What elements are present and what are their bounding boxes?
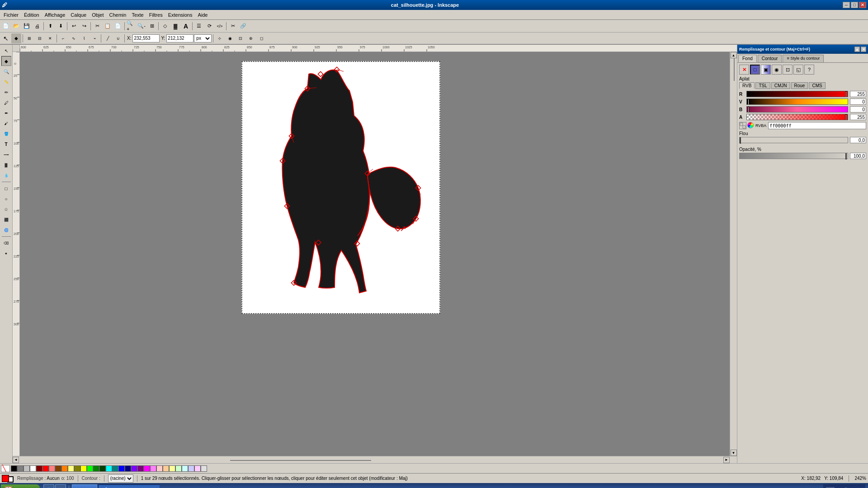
line-segment[interactable]: ╱ bbox=[103, 33, 113, 43]
scroll-right-button[interactable]: ► bbox=[723, 457, 730, 463]
palette-color-ccffcc[interactable] bbox=[175, 465, 182, 472]
b-slider-container[interactable] bbox=[746, 106, 848, 113]
palette-color-ff8080[interactable] bbox=[49, 465, 55, 472]
pen-tool[interactable]: ✏ bbox=[1, 87, 11, 97]
transform-button[interactable]: ⟳ bbox=[204, 21, 214, 31]
r-thumb[interactable] bbox=[845, 91, 847, 97]
color-preview-icon[interactable] bbox=[739, 122, 746, 129]
zoom-tool[interactable]: 🔍 bbox=[1, 66, 11, 76]
break-apart[interactable]: ⊞ bbox=[24, 33, 34, 43]
new-button[interactable]: 📄 bbox=[1, 21, 11, 31]
color-tab-tsl[interactable]: TSL bbox=[755, 82, 770, 89]
palette-color-800080[interactable] bbox=[137, 465, 144, 472]
taskbar-inkscape-button[interactable]: 🖊 cat_silhouette.jpg - In... bbox=[98, 484, 160, 488]
dropper-tool[interactable]: 💧 bbox=[1, 170, 11, 180]
palette-color-808000[interactable] bbox=[74, 465, 80, 472]
tab-contour[interactable]: Contour bbox=[758, 55, 782, 62]
palette-color-00ff00[interactable] bbox=[87, 465, 93, 472]
measure-tool[interactable]: 📏 bbox=[1, 77, 11, 87]
fill-button[interactable]: ▓ bbox=[170, 21, 180, 31]
menu-affichage[interactable]: Affichage bbox=[42, 11, 68, 19]
rgba-hex-input[interactable] bbox=[768, 122, 866, 129]
palette-color-ccffff[interactable] bbox=[182, 465, 188, 472]
quicklaunch-ie[interactable]: 🌐 bbox=[43, 484, 54, 488]
circle-tool[interactable]: ○ bbox=[1, 194, 11, 204]
undo-button[interactable]: ↩ bbox=[69, 21, 79, 31]
x-input[interactable] bbox=[132, 34, 160, 42]
corner-btn[interactable]: ⌐ bbox=[58, 33, 68, 43]
fill-linear-button[interactable]: ▣ bbox=[761, 65, 771, 75]
b-value-input[interactable] bbox=[850, 106, 866, 113]
palette-color-ff80ff[interactable] bbox=[150, 465, 156, 472]
bucket-tool[interactable]: 🪣 bbox=[1, 129, 11, 139]
show-outline[interactable]: ◻ bbox=[256, 33, 266, 43]
quicklaunch-explore[interactable]: 📁 bbox=[55, 484, 66, 488]
palette-color-00ffff[interactable] bbox=[106, 465, 112, 472]
print-button[interactable]: 🖨 bbox=[32, 21, 42, 31]
palette-color-000000[interactable] bbox=[11, 465, 17, 472]
export-button[interactable]: ⬇ bbox=[56, 21, 66, 31]
palette-color-ffcc99[interactable] bbox=[163, 465, 169, 472]
color-tab-cms[interactable]: CMS bbox=[809, 82, 825, 89]
a-slider-container[interactable] bbox=[746, 114, 848, 120]
menu-texte[interactable]: Texte bbox=[129, 11, 146, 19]
v-scroll-thumb[interactable] bbox=[734, 58, 735, 81]
blur-slider[interactable] bbox=[739, 137, 848, 143]
node-editor-tool[interactable]: ◆ bbox=[1, 56, 11, 66]
palette-color-808080[interactable] bbox=[17, 465, 24, 472]
palette-color-008000[interactable] bbox=[93, 465, 99, 472]
spray-tool[interactable]: ✦ bbox=[1, 249, 11, 258]
text-button[interactable]: A bbox=[181, 21, 191, 31]
save-button[interactable]: 💾 bbox=[22, 21, 32, 31]
tab-style-contour[interactable]: ≡ Style du contour bbox=[783, 55, 824, 62]
palette-color-ffcccc[interactable] bbox=[156, 465, 163, 472]
menu-objet[interactable]: Objet bbox=[89, 11, 106, 19]
v-slider-container[interactable] bbox=[746, 99, 848, 105]
y-input[interactable] bbox=[166, 34, 193, 42]
palette-color-ff8000[interactable] bbox=[61, 465, 68, 472]
v-thumb[interactable] bbox=[748, 99, 749, 105]
a-thumb[interactable] bbox=[845, 114, 847, 120]
join-nodes[interactable]: ⊟ bbox=[35, 33, 45, 43]
open-button[interactable]: 📂 bbox=[11, 21, 21, 31]
b-slider[interactable] bbox=[746, 106, 848, 113]
zoom-fit-button[interactable]: ⊞ bbox=[147, 21, 157, 31]
palette-color-ffff00[interactable] bbox=[80, 465, 87, 472]
menu-extensions[interactable]: Extensions bbox=[165, 11, 195, 19]
snap-toggle[interactable]: ⊹ bbox=[215, 33, 225, 43]
node-button[interactable]: ◇ bbox=[160, 21, 170, 31]
palette-color-ffff80[interactable] bbox=[68, 465, 74, 472]
b-thumb[interactable] bbox=[748, 107, 749, 113]
a-value-input[interactable] bbox=[850, 114, 866, 120]
opacity-slider[interactable] bbox=[739, 153, 848, 159]
panel-collapse-button[interactable]: ▲ bbox=[854, 47, 860, 52]
palette-none-button[interactable]: ╲ bbox=[1, 465, 10, 472]
palette-color-ff0000[interactable] bbox=[42, 465, 49, 472]
menu-calque[interactable]: Calque bbox=[68, 11, 89, 19]
scroll-down-button[interactable]: ▼ bbox=[731, 450, 737, 456]
curve-segment[interactable]: ∪ bbox=[113, 33, 123, 43]
scroll-up-button[interactable]: ▲ bbox=[731, 52, 737, 58]
calligraphy-tool[interactable]: ✒ bbox=[1, 108, 11, 118]
r-slider-container[interactable] bbox=[746, 91, 848, 97]
r-value-input[interactable] bbox=[850, 91, 866, 97]
start-button[interactable]: 🪟 Démarrer bbox=[1, 484, 40, 488]
tab-fond[interactable]: Fond bbox=[738, 55, 757, 62]
cut-button[interactable]: ✂ bbox=[92, 21, 102, 31]
a-slider[interactable] bbox=[746, 114, 848, 120]
v-slider[interactable] bbox=[746, 99, 848, 105]
palette-color-0000ff[interactable] bbox=[118, 465, 125, 472]
color-wheel-icon[interactable] bbox=[747, 122, 754, 128]
palette-color-ffccff[interactable] bbox=[194, 465, 201, 472]
import-button[interactable]: ⬆ bbox=[45, 21, 55, 31]
copy-button[interactable]: 📋 bbox=[103, 21, 113, 31]
v-scrollbar[interactable]: ▲ ▼ bbox=[730, 52, 737, 456]
selector-tool[interactable]: ↖ bbox=[1, 46, 11, 56]
layer-select[interactable]: (racine) bbox=[108, 474, 133, 483]
palette-color-e0e0e0[interactable] bbox=[201, 465, 207, 472]
text-tool[interactable]: T bbox=[1, 139, 11, 149]
select-tool[interactable]: ↖ bbox=[1, 33, 11, 43]
menu-fichier[interactable]: Fichier bbox=[1, 11, 21, 19]
opacity-thumb[interactable] bbox=[845, 153, 847, 160]
smooth-btn[interactable]: ∿ bbox=[69, 33, 79, 43]
